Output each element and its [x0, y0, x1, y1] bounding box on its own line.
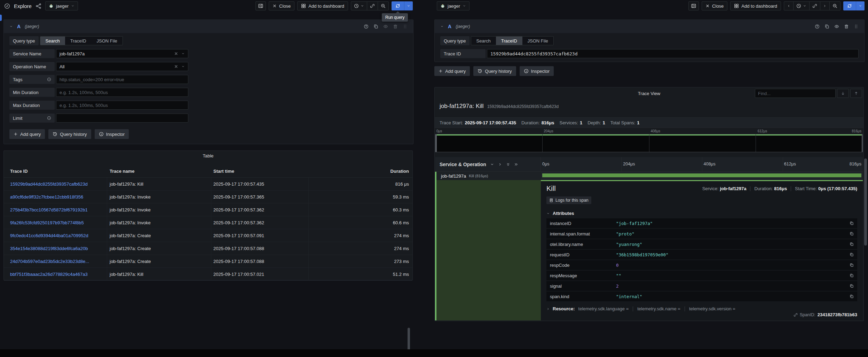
delete-query-icon[interactable]: [393, 24, 398, 29]
min-duration-input[interactable]: [56, 88, 188, 97]
copy-value-button[interactable]: [850, 263, 854, 267]
trace-id-link[interactable]: a90cf6de9ff32c7fcbee12cbb918f356: [4, 191, 107, 203]
clear-icon[interactable]: [174, 52, 178, 56]
add-to-dashboard-button[interactable]: Add to dashboard: [730, 1, 781, 10]
add-to-dashboard-button[interactable]: Add to dashboard: [297, 1, 348, 10]
table-row[interactable]: 15929b9ad44dc8255fd39357cafb623djob-faf1…: [4, 178, 412, 191]
collapse-all-icon[interactable]: [514, 162, 518, 166]
tab-json-file[interactable]: JSON File: [522, 37, 553, 45]
chevron-down-icon[interactable]: [490, 162, 494, 166]
inspector-button[interactable]: Inspector: [520, 66, 554, 76]
run-query-button[interactable]: [843, 1, 856, 10]
trace-id-input[interactable]: [487, 49, 859, 58]
timeline-minimap[interactable]: [435, 134, 863, 152]
expand-all-icon[interactable]: [506, 162, 510, 166]
find-input[interactable]: [755, 89, 836, 98]
table-row[interactable]: 9fc0edc41cc6d9394d44ba01a709952djob-faf1…: [4, 229, 412, 242]
resource-accordion[interactable]: Resource: telemetry.sdk.language =teleme…: [546, 306, 857, 311]
trace-id-link[interactable]: 15929b9ad44dc8255fd39357cafb623d: [4, 178, 107, 190]
operation-name-select[interactable]: All: [56, 62, 188, 71]
widen-pane-button[interactable]: [688, 1, 699, 10]
table-row[interactable]: a90cf6de9ff32c7fcbee12cbb918f356job-faf1…: [4, 191, 412, 203]
hide-query-icon[interactable]: [834, 24, 839, 29]
time-picker-button[interactable]: [351, 2, 367, 10]
zoom-out-time-button[interactable]: [378, 2, 388, 10]
close-pane-button[interactable]: Close: [702, 1, 727, 10]
copy-value-button[interactable]: [850, 253, 854, 257]
copy-value-button[interactable]: [850, 221, 854, 225]
sync-times-button[interactable]: [809, 2, 820, 10]
run-query-button[interactable]: [392, 1, 404, 10]
time-shift-forward-button[interactable]: [820, 2, 829, 10]
angle-right-icon[interactable]: [498, 162, 502, 166]
duplicate-query-icon[interactable]: [373, 24, 378, 29]
help-icon[interactable]: [364, 24, 369, 29]
tab-json-file[interactable]: JSON File: [92, 37, 123, 45]
query-history-button[interactable]: Query history: [473, 66, 516, 76]
trace-id-link[interactable]: bbf751f3baaac2a26d778829c4a467a3: [4, 268, 107, 280]
drag-handle-icon[interactable]: [854, 24, 859, 29]
col-header-start-time[interactable]: Start time: [211, 169, 309, 174]
find-prev-button[interactable]: [850, 89, 862, 98]
span-duration-bar[interactable]: [542, 173, 861, 177]
tab-search[interactable]: Search: [40, 37, 65, 45]
clear-icon[interactable]: [174, 64, 178, 69]
copy-value-button[interactable]: [850, 273, 854, 278]
attributes-accordion[interactable]: Attributes: [546, 211, 857, 216]
collapse-query-icon[interactable]: [440, 25, 444, 28]
service-name-select[interactable]: job-faf1297a: [56, 49, 188, 58]
copy-value-button[interactable]: [850, 284, 854, 288]
inspector-button[interactable]: Inspector: [95, 129, 129, 139]
col-header-trace-id[interactable]: Trace ID: [4, 169, 107, 174]
datasource-picker-left[interactable]: jaeger: [45, 1, 78, 10]
trace-id-link[interactable]: 24d704b597e0ad23b5dc2e33b23d8e...: [4, 255, 107, 267]
tab-search[interactable]: Search: [471, 37, 496, 45]
col-header-trace-name[interactable]: Trace name: [107, 169, 211, 174]
logs-for-span-button[interactable]: Logs for this span: [546, 196, 591, 204]
drag-handle-icon[interactable]: [403, 24, 408, 29]
minimap-left-handle[interactable]: [435, 134, 437, 152]
copy-value-button[interactable]: [850, 232, 854, 236]
add-query-button[interactable]: Add query: [9, 129, 45, 139]
delete-query-icon[interactable]: [844, 24, 849, 29]
table-row[interactable]: 24d704b597e0ad23b5dc2e33b23d8e...job-faf…: [4, 255, 412, 268]
tab-traceid[interactable]: TraceID: [65, 37, 92, 45]
collapse-query-icon[interactable]: [9, 25, 13, 28]
help-icon[interactable]: [815, 24, 820, 29]
sync-times-button[interactable]: [367, 2, 378, 10]
run-query-interval-button[interactable]: [404, 1, 413, 10]
tags-input[interactable]: [56, 75, 188, 84]
add-query-button[interactable]: Add query: [434, 66, 470, 76]
trace-id-link[interactable]: 354e154e38088d219f83dde6fca6a20b: [4, 242, 107, 255]
pane-scrollbar-thumb[interactable]: [864, 158, 867, 246]
query-row-header[interactable]: A (jaeger): [435, 20, 864, 33]
tab-traceid[interactable]: TraceID: [496, 37, 522, 45]
trace-id-link[interactable]: 9fa26fc53fcfd9250197b97bb774f8b5: [4, 216, 107, 229]
query-row-header[interactable]: A (jaeger): [4, 20, 413, 33]
copy-value-button[interactable]: [850, 242, 854, 246]
widen-pane-button[interactable]: [255, 1, 266, 10]
time-picker-button[interactable]: [793, 2, 809, 10]
datasource-picker-right[interactable]: jaeger: [437, 1, 469, 10]
col-header-duration[interactable]: Duration: [309, 169, 412, 174]
copy-value-button[interactable]: [850, 294, 854, 298]
minimap-right-handle[interactable]: [862, 134, 862, 152]
span-row[interactable]: job-faf1297a Kill (816μs): [435, 172, 863, 180]
table-row[interactable]: 275b4f3b7bcc10567d5872bf679192b1job-faf1…: [4, 203, 412, 216]
link-icon[interactable]: [794, 313, 798, 317]
trace-id-link[interactable]: 275b4f3b7bcc10567d5872bf679192b1: [4, 203, 107, 216]
query-history-button[interactable]: Query history: [48, 129, 91, 139]
table-row[interactable]: 354e154e38088d219f83dde6fca6a20bjob-faf1…: [4, 242, 412, 255]
trace-id-link[interactable]: 9fc0edc41cc6d9394d44ba01a709952d: [4, 229, 107, 242]
close-pane-button[interactable]: Close: [269, 1, 294, 10]
duplicate-query-icon[interactable]: [824, 24, 829, 29]
share-icon[interactable]: [35, 3, 41, 9]
zoom-out-time-button[interactable]: [829, 2, 840, 10]
span-row-label[interactable]: job-faf1297a Kill (816μs): [435, 172, 541, 180]
max-duration-input[interactable]: [56, 101, 188, 110]
table-row[interactable]: 9fa26fc53fcfd9250197b97bb774f8b5job-faf1…: [4, 216, 412, 229]
table-row[interactable]: bbf751f3baaac2a26d778829c4a467a3job-faf1…: [4, 268, 412, 281]
hide-query-icon[interactable]: [383, 24, 388, 29]
find-next-button[interactable]: [837, 89, 849, 98]
run-query-interval-button[interactable]: [856, 1, 865, 10]
